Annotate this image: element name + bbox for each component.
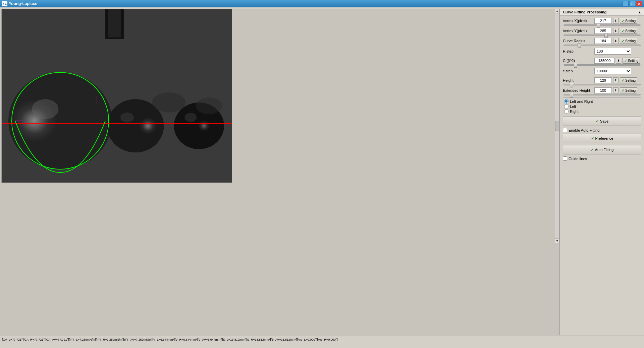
height-spin[interactable]: ⬍ <box>613 77 619 83</box>
c-step-select[interactable]: 10000 5000 1000 500 <box>594 68 631 74</box>
vertex-y-slider-thumb[interactable] <box>604 33 608 38</box>
radio-left[interactable] <box>564 104 569 109</box>
r-step-row: R step 100 50 200 500 <box>563 48 641 55</box>
enable-auto-fitting-row: Enable Auto Fitting <box>563 128 641 132</box>
extended-height-input[interactable] <box>594 87 612 93</box>
extended-height-spin[interactable]: ⬍ <box>613 87 619 93</box>
vertex-y-slider-row <box>563 34 641 36</box>
auto-fitting-checkmark-icon: ✓ <box>591 148 594 152</box>
extended-height-setting-button[interactable]: ✓ Setting <box>620 87 637 93</box>
height-input[interactable] <box>594 77 612 83</box>
radio-right[interactable] <box>564 109 569 114</box>
divider-4 <box>563 115 641 115</box>
vertex-y-setting-button[interactable]: ✓ Setting <box>620 28 637 34</box>
radio-right-label: Right <box>570 110 579 114</box>
svg-point-10 <box>196 97 222 114</box>
vertex-y-input[interactable] <box>594 28 612 34</box>
radio-left-and-right-label: Left and Right <box>570 99 593 103</box>
maximize-button[interactable]: □ <box>629 1 635 6</box>
guide-lines-checkbox[interactable] <box>563 156 567 161</box>
svg-point-4 <box>32 99 59 119</box>
vertex-y-setting-label: Setting <box>625 29 636 33</box>
svg-point-3 <box>8 72 112 169</box>
curve-radius-slider-thumb[interactable] <box>578 43 581 48</box>
radio-left-label: Left <box>570 105 576 109</box>
radio-left-row: Left <box>563 104 641 109</box>
curve-radius-slider-track[interactable] <box>564 45 641 46</box>
height-checkmark: ✓ <box>622 78 625 83</box>
panel-header: Curve Fitting Processing ▲ <box>560 9 644 16</box>
height-setting-label: Setting <box>625 79 636 82</box>
height-slider-track[interactable] <box>564 84 641 85</box>
r-step-select[interactable]: 100 50 200 500 <box>594 48 631 55</box>
vertex-y-slider-track[interactable] <box>564 34 641 36</box>
svg-point-6 <box>120 113 134 123</box>
extended-height-checkmark: ✓ <box>622 88 625 93</box>
guide-lines-label: Guide lines <box>569 157 587 161</box>
title-bar: YL Young-Laplace — □ ✕ <box>0 0 644 7</box>
divider-2 <box>563 76 641 76</box>
c-beta2-spin[interactable]: ⬍ <box>616 58 621 64</box>
height-setting-button[interactable]: ✓ Setting <box>620 77 637 83</box>
c-beta2-checkmark: ✓ <box>624 59 627 63</box>
panel-content: Vertex X(pixel) ⬍ ✓ Setting Vert <box>560 16 644 335</box>
c-beta2-slider-thumb[interactable] <box>574 63 577 68</box>
minimize-button[interactable]: — <box>623 1 629 6</box>
svg-point-9 <box>152 92 186 113</box>
extended-height-setting-label: Setting <box>625 89 636 92</box>
divider-1 <box>563 56 641 56</box>
extended-height-label: Extended Height <box>563 88 593 92</box>
scroll-up-arrow[interactable]: ▲ <box>555 9 559 13</box>
vertex-x-slider-thumb[interactable] <box>597 23 600 28</box>
scrollbar: ▲ ▼ <box>555 9 559 243</box>
guide-lines-row: Guide lines <box>563 156 641 161</box>
radio-group: Left and Right Left Right <box>563 99 641 114</box>
enable-auto-fitting-label: Enable Auto Fitting <box>569 128 599 132</box>
vertex-x-checkmark: ✓ <box>622 19 625 23</box>
close-button[interactable]: ✕ <box>636 1 642 6</box>
radio-right-row: Right <box>563 109 641 114</box>
extended-height-row: Extended Height ⬍ ✓ Setting <box>563 87 641 93</box>
curve-radius-slider-row <box>563 45 641 46</box>
curve-radius-row: Curve Radius ⬍ ✓ Setting <box>563 38 641 44</box>
curve-radius-input[interactable] <box>594 38 612 44</box>
panel-collapse-icon[interactable]: ▲ <box>638 10 641 14</box>
curve-radius-label: Curve Radius <box>563 39 593 43</box>
svg-rect-2 <box>108 9 121 38</box>
scroll-down-arrow[interactable]: ▼ <box>555 238 559 243</box>
c-beta2-setting-label: Setting <box>628 59 638 63</box>
extended-height-slider-track[interactable] <box>564 94 641 95</box>
vertex-y-checkmark: ✓ <box>622 29 625 33</box>
divider-3 <box>563 97 641 98</box>
save-button[interactable]: ✓ Save <box>563 117 641 126</box>
preference-checkmark-icon: ✓ <box>591 136 594 141</box>
height-row: Height ⬍ ✓ Setting <box>563 77 641 83</box>
curve-radius-checkmark: ✓ <box>622 39 625 43</box>
extended-height-slider-thumb[interactable] <box>570 93 573 97</box>
svg-point-8 <box>184 113 197 122</box>
curve-radius-spin[interactable]: ⬍ <box>613 38 619 44</box>
c-beta2-input[interactable] <box>594 58 614 64</box>
vertex-x-spin[interactable]: ⬍ <box>613 18 619 24</box>
right-panel: Curve Fitting Processing ▲ Vertex X(pixe… <box>559 9 644 335</box>
auto-fitting-label: Auto Fitting <box>595 148 614 152</box>
preference-button[interactable]: ✓ Preference <box>563 134 641 143</box>
vertex-x-slider-track[interactable] <box>564 24 641 26</box>
enable-auto-fitting-checkbox[interactable] <box>563 128 567 132</box>
height-label: Height <box>563 78 593 82</box>
vertex-y-spin[interactable]: ⬍ <box>613 28 619 34</box>
scroll-thumb[interactable] <box>555 121 559 131</box>
radio-left-and-right[interactable] <box>564 99 569 103</box>
auto-fitting-button[interactable]: ✓ Auto Fitting <box>563 145 641 154</box>
c-beta2-setting-button[interactable]: ✓ Setting <box>623 58 640 64</box>
c-beta2-slider-track[interactable] <box>564 64 641 66</box>
vertex-x-setting-button[interactable]: ✓ Setting <box>620 18 637 24</box>
height-slider-thumb[interactable] <box>570 83 573 87</box>
save-checkmark-icon: ✓ <box>596 119 599 124</box>
c-beta2-slider-row <box>563 64 641 66</box>
image-area <box>1 9 232 183</box>
preference-label: Preference <box>595 136 613 140</box>
vertex-x-setting-label: Setting <box>625 19 636 23</box>
save-label: Save <box>600 119 608 123</box>
curve-radius-setting-button[interactable]: ✓ Setting <box>620 38 637 44</box>
